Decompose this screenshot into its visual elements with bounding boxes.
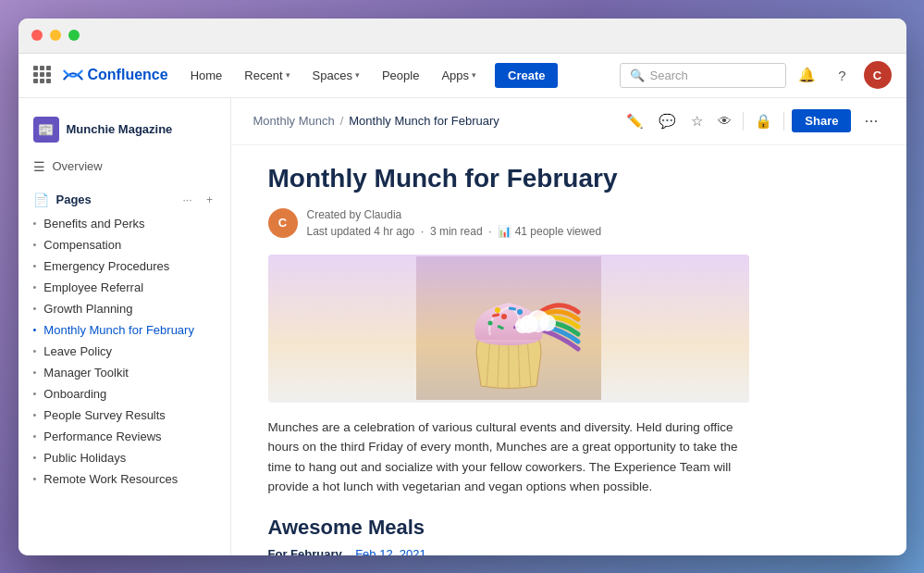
- nav-apps[interactable]: Apps ▾: [434, 65, 484, 86]
- bullet-icon: •: [33, 367, 37, 378]
- bullet-icon: •: [33, 324, 37, 335]
- share-button[interactable]: Share: [792, 109, 851, 132]
- breadcrumb-parent[interactable]: Monthly Munch: [253, 114, 335, 128]
- nav-home[interactable]: Home: [183, 65, 230, 86]
- breadcrumb: Monthly Munch / Monthly Munch for Februa…: [253, 114, 499, 128]
- minimize-button[interactable]: [50, 30, 61, 41]
- hero-image: [268, 255, 749, 403]
- toolbar-divider: [743, 112, 744, 131]
- bullet-icon: •: [33, 452, 37, 463]
- svg-point-13: [517, 309, 523, 315]
- pages-section-title: Pages: [56, 193, 92, 206]
- svg-point-19: [539, 315, 556, 331]
- sidebar-page-performance[interactable]: • Performance Reviews: [33, 426, 230, 447]
- user-avatar[interactable]: C: [864, 61, 892, 89]
- pages-icon: 📄: [33, 193, 49, 207]
- bullet-icon: •: [33, 281, 37, 293]
- svg-point-16: [487, 321, 492, 326]
- bullet-icon: •: [33, 409, 37, 420]
- content-area: 📰 Munchie Magazine ☰ Overview 📄 Pages ··…: [18, 98, 906, 555]
- svg-point-12: [501, 314, 507, 319]
- page-body: Monthly Munch for February C Created by …: [231, 145, 906, 555]
- pages-section-header: 📄 Pages ··· +: [18, 187, 230, 213]
- edit-icon[interactable]: ✏️: [622, 109, 647, 133]
- nav-recent[interactable]: Recent ▾: [237, 65, 297, 86]
- close-button[interactable]: [31, 30, 43, 41]
- app-window: Confluence Home Recent ▾ Spaces ▾ People…: [18, 19, 906, 555]
- space-header[interactable]: 📰 Munchie Magazine: [18, 109, 230, 154]
- pages-list: • Benefits and Perks • Compensation • Em…: [18, 213, 230, 490]
- sidebar-page-people-survey[interactable]: • People Survey Results: [33, 405, 230, 426]
- create-button[interactable]: Create: [495, 63, 558, 88]
- svg-point-20: [515, 318, 530, 333]
- sidebar-item-overview[interactable]: ☰ Overview: [18, 154, 230, 180]
- logo-text: Confluence: [88, 67, 168, 83]
- sidebar-page-onboarding[interactable]: • Onboarding: [33, 383, 230, 405]
- search-icon: 🔍: [630, 69, 645, 82]
- nav-spaces[interactable]: Spaces ▾: [305, 65, 367, 86]
- maximize-button[interactable]: [68, 30, 80, 41]
- sidebar-page-remote-work[interactable]: • Remote Work Resources: [33, 468, 230, 490]
- main-content: Monthly Munch / Monthly Munch for Februa…: [231, 98, 906, 555]
- breadcrumb-separator: /: [340, 114, 344, 128]
- space-icon: 📰: [33, 117, 59, 143]
- bullet-icon: •: [33, 239, 37, 250]
- bullet-icon: •: [33, 388, 37, 399]
- overview-icon: ☰: [33, 159, 45, 174]
- chevron-down-icon: ▾: [355, 70, 360, 80]
- sidebar-page-growth[interactable]: • Growth Planning: [33, 298, 230, 319]
- sidebar-page-employee-referral[interactable]: • Employee Referral: [33, 277, 230, 298]
- svg-point-14: [495, 307, 500, 313]
- page-title: Monthly Munch for February: [268, 164, 869, 193]
- sidebar-page-public-holidays[interactable]: • Public Holidays: [33, 447, 230, 468]
- sidebar-page-benefits[interactable]: • Benefits and Perks: [33, 213, 230, 234]
- author-meta: Created by Claudia Last updated 4 hr ago…: [307, 206, 602, 240]
- page-meta: Last updated 4 hr ago · 3 min read · 📊 4…: [307, 223, 602, 240]
- sidebar: 📰 Munchie Magazine ☰ Overview 📄 Pages ··…: [18, 98, 231, 555]
- confluence-logo[interactable]: Confluence: [63, 65, 168, 85]
- author-avatar: C: [268, 208, 298, 238]
- sidebar-page-emergency[interactable]: • Emergency Procedures: [33, 255, 230, 277]
- comment-icon[interactable]: 💬: [655, 109, 680, 133]
- for-february: For February Feb 12, 2021: [268, 547, 869, 555]
- pages-more-icon[interactable]: ···: [179, 191, 197, 209]
- author-row: C Created by Claudia Last updated 4 hr a…: [268, 206, 869, 240]
- sidebar-page-leave-policy[interactable]: • Leave Policy: [33, 341, 230, 362]
- bullet-icon: •: [33, 260, 37, 271]
- more-options-icon[interactable]: ···: [858, 109, 883, 132]
- bullet-icon: •: [33, 303, 37, 314]
- lock-icon[interactable]: 🔒: [751, 109, 776, 133]
- grid-icon[interactable]: [33, 66, 52, 84]
- bullet-icon: •: [33, 430, 37, 442]
- search-bar[interactable]: 🔍 Search: [620, 63, 786, 88]
- top-navigation: Confluence Home Recent ▾ Spaces ▾ People…: [18, 54, 906, 98]
- sidebar-page-monthly-munch[interactable]: • Monthly Munch for February: [33, 319, 230, 341]
- awesome-meals-title: Awesome Meals: [268, 516, 869, 540]
- sidebar-pages-section: 📄 Pages ··· + • Benefits and Perks •: [18, 180, 230, 493]
- add-page-icon[interactable]: +: [201, 191, 219, 209]
- help-icon[interactable]: ?: [829, 61, 856, 89]
- breadcrumb-current: Monthly Munch for February: [349, 114, 499, 128]
- bullet-icon: •: [33, 218, 37, 229]
- search-placeholder: Search: [650, 69, 688, 82]
- toolbar-divider-2: [783, 112, 784, 131]
- nav-people[interactable]: People: [375, 65, 426, 86]
- bullet-icon: •: [33, 345, 37, 356]
- toolbar-actions: ✏️ 💬 ☆ 👁 🔒 Share ···: [622, 109, 883, 133]
- breadcrumb-bar: Monthly Munch / Monthly Munch for Februa…: [231, 98, 906, 145]
- date-label: Feb 12, 2021: [355, 547, 426, 555]
- titlebar: [18, 19, 906, 54]
- space-name: Munchie Magazine: [67, 122, 173, 136]
- bullet-icon: •: [33, 473, 37, 484]
- sidebar-page-compensation[interactable]: • Compensation: [33, 234, 230, 255]
- watch-icon[interactable]: 👁: [714, 109, 735, 132]
- star-icon[interactable]: ☆: [687, 109, 707, 133]
- chevron-down-icon: ▾: [286, 70, 290, 80]
- page-description: Munches are a celebration of various cul…: [268, 417, 758, 497]
- created-by: Created by Claudia: [307, 206, 602, 223]
- chevron-down-icon: ▾: [472, 70, 476, 80]
- notifications-bell-icon[interactable]: 🔔: [794, 61, 821, 89]
- sidebar-page-manager-toolkit[interactable]: • Manager Toolkit: [33, 362, 230, 383]
